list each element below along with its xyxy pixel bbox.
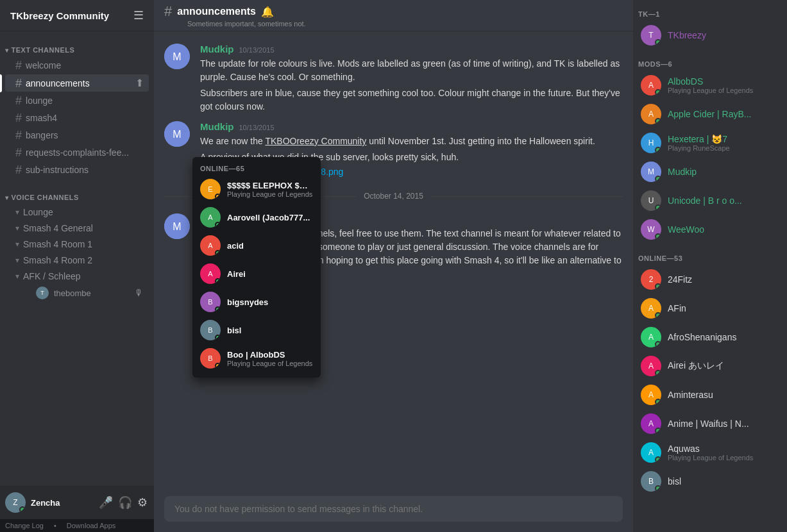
channel-hash-announcements: # xyxy=(15,78,22,89)
tkboo-link[interactable]: TKBOOreezy Community xyxy=(265,136,366,146)
member-airei[interactable]: A Airei あいレイ xyxy=(636,352,784,380)
message-input[interactable] xyxy=(164,496,623,522)
voice-arrow-smash4general: ▾ xyxy=(15,224,19,233)
voice-channel-smash4room2[interactable]: ▾ Smash 4 Room 2 xyxy=(5,253,149,268)
popup-user-bigsnydes[interactable]: B bigsnydes xyxy=(192,288,321,316)
hamburger-icon[interactable]: ☰ xyxy=(133,8,144,22)
member-info-24fitz: 24Fitz xyxy=(668,274,692,285)
popup-user-aarovell[interactable]: A Aarovell (Jacob777... xyxy=(192,203,321,231)
channel-item-lounge[interactable]: # lounge xyxy=(5,92,149,109)
voice-arrow-smash4room1: ▾ xyxy=(15,240,19,249)
channel-title-row: # announcements 🔔 xyxy=(164,3,306,20)
channels-list: ▾ TEXT CHANNELS # welcome # announcement… xyxy=(0,31,154,486)
voice-channel-smash4room1-name: Smash 4 Room 1 xyxy=(23,239,92,249)
voice-arrow-afkschleep: ▾ xyxy=(15,272,19,281)
download-link[interactable]: Download Apps xyxy=(67,522,115,529)
channel-item-bangers[interactable]: # bangers xyxy=(5,127,149,144)
text-channels-label: TEXT CHANNELS xyxy=(12,46,75,54)
member-albobds[interactable]: A AlbobDS Playing League of Legends xyxy=(636,71,784,99)
member-mudkip[interactable]: M Mudkip xyxy=(636,158,784,186)
popup-user-airei[interactable]: A Airei xyxy=(192,260,321,288)
headset-icon[interactable]: 🎧 xyxy=(117,494,133,511)
user-area: Z Zencha 🎤 🎧 ⚙ xyxy=(0,486,154,519)
channel-requests-wrapper: # requests-complaints-fee... xyxy=(0,144,154,161)
member-info-tkbreezy: TKbreezy xyxy=(668,30,706,40)
mic-icon[interactable]: 🎤 xyxy=(97,494,114,511)
popup-name-airei: Airei xyxy=(227,269,310,279)
channel-item-subinstructions[interactable]: # sub-instructions xyxy=(5,162,149,178)
member-name-anime: Anime | Waifus | N... xyxy=(668,419,749,429)
member-unicode[interactable]: U Unicode | B r o o... xyxy=(636,187,784,215)
channel-bell-icon[interactable]: 🔔 xyxy=(261,6,274,18)
messages-area[interactable]: M Mudkip 10/13/2015 The update for role … xyxy=(154,31,633,496)
member-name-airei: Airei あいレイ xyxy=(668,360,724,372)
mudkip-avatar-img-3: M xyxy=(164,213,190,239)
avatar-anime: A xyxy=(641,413,661,434)
voice-user-thebombe[interactable]: T thebombe 🎙 xyxy=(5,285,149,301)
member-bisl-right[interactable]: B bisl xyxy=(636,467,784,495)
popup-info-bigsnydes: bigsnydes xyxy=(227,297,313,307)
voice-channel-lounge-name: Lounge xyxy=(23,207,53,217)
voice-channels-category[interactable]: ▾ VOICE CHANNELS xyxy=(0,183,154,204)
current-user-info: Zencha xyxy=(31,498,97,508)
voice-channel-afkschleep[interactable]: ▾ AFK / Schleep xyxy=(5,269,149,284)
member-info-weewoo: WeeWoo xyxy=(668,224,704,235)
member-anime[interactable]: A Anime | Waifus | N... xyxy=(636,410,784,438)
message-text-1b: Subscribers are in blue, cause they get … xyxy=(200,87,623,113)
popup-name-elephox: $$$$$ ELEPHOX $$... xyxy=(227,181,310,190)
member-tkbreezy[interactable]: T TKbreezy xyxy=(636,21,784,49)
status-afin xyxy=(655,312,661,319)
member-aquwas[interactable]: A Aquwas Playing League of Legends xyxy=(636,438,784,467)
channel-hash-lounge: # xyxy=(15,95,22,106)
member-name-afin: AFin xyxy=(668,303,686,313)
popup-status-boo xyxy=(215,363,221,369)
avatar-tkbreezy: T xyxy=(641,25,661,46)
member-name-applecider: Apple Cider | RayB... xyxy=(668,109,751,119)
popup-user-elephox[interactable]: E $$$$$ ELEPHOX $$... Playing League of … xyxy=(192,175,321,203)
popup-status-elephox xyxy=(215,194,221,199)
channel-header: # announcements 🔔 Sometimes important, s… xyxy=(154,0,633,31)
member-aminterasu[interactable]: A Aminterasu xyxy=(636,381,784,409)
voice-channel-lounge[interactable]: ▾ Lounge xyxy=(5,204,149,220)
popup-user-boo[interactable]: B Boo | AlbobDS Playing League of Legend… xyxy=(192,344,321,372)
message-text-1a: The update for role colours is live. Mod… xyxy=(200,57,623,84)
member-24fitz[interactable]: 2 24Fitz xyxy=(636,265,784,294)
member-hexetera[interactable]: H Hexetera | 😺7 Playing RuneScape xyxy=(636,129,784,157)
avatar-hexetera: H xyxy=(641,133,661,153)
text-channels-category[interactable]: ▾ TEXT CHANNELS xyxy=(0,36,154,56)
changelog-link[interactable]: Change Log xyxy=(5,522,44,529)
member-weewoo[interactable]: W WeeWoo xyxy=(636,215,784,244)
avatar-thebombe: T xyxy=(36,287,49,299)
avatar-mudkip-2: M xyxy=(164,121,190,147)
svg-text:M: M xyxy=(173,129,181,140)
member-applecider[interactable]: A Apple Cider | RayB... xyxy=(636,100,784,128)
separator: • xyxy=(54,522,56,529)
channel-name-lounge: lounge xyxy=(26,96,53,106)
voice-arrow-smash4room2: ▾ xyxy=(15,256,19,265)
date-text-oct14: October 14, 2015 xyxy=(356,192,431,201)
member-name-aminterasu: Aminterasu xyxy=(668,390,713,400)
sidebar: TKbreezy Community ☰ ▾ TEXT CHANNELS # w… xyxy=(0,0,154,532)
popup-user-bisl[interactable]: B bisl xyxy=(192,316,321,344)
settings-icon[interactable]: ⚙ xyxy=(136,494,149,511)
message-author-2: Mudkip xyxy=(200,121,234,132)
voice-channel-smash4room1[interactable]: ▾ Smash 4 Room 1 xyxy=(5,237,149,252)
member-info-unicode: Unicode | B r o o... xyxy=(668,195,742,206)
member-afroshenanigans[interactable]: A AfroShenanigans xyxy=(636,323,784,351)
voice-channel-smash4general[interactable]: ▾ Smash 4 General xyxy=(5,220,149,236)
server-header[interactable]: TKbreezy Community ☰ xyxy=(0,0,154,31)
upload-icon[interactable]: ⬆ xyxy=(135,77,144,89)
member-afin[interactable]: A AFin xyxy=(636,294,784,322)
message-text-2a: We are now the TKBOOreezy Community unti… xyxy=(200,135,623,148)
popup-status-text-boo: Playing League of Legends xyxy=(227,360,313,367)
status-afroshenanigans xyxy=(655,341,661,347)
member-section-mods: MODS—6 xyxy=(633,50,787,71)
member-info-mudkip: Mudkip xyxy=(668,167,697,177)
message-input-area xyxy=(154,496,633,532)
channel-name-announcements: announcements xyxy=(26,78,90,88)
channel-item-announcements[interactable]: # announcements ⬆ xyxy=(5,74,149,92)
popup-user-acid[interactable]: A acid xyxy=(192,231,321,260)
channel-item-smash4[interactable]: # smash4 xyxy=(5,110,149,126)
channel-item-requests[interactable]: # requests-complaints-fee... xyxy=(5,144,149,161)
channel-item-welcome[interactable]: # welcome xyxy=(5,57,149,74)
